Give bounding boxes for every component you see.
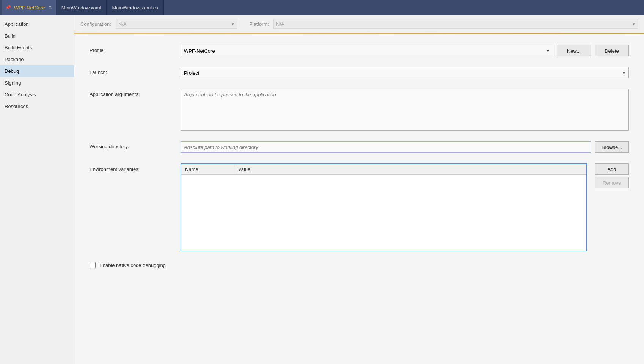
native-debug-checkbox[interactable] xyxy=(90,262,96,268)
delete-button[interactable]: Delete xyxy=(595,45,629,56)
env-name-header: Name xyxy=(181,164,234,174)
main-layout: Application Build Build Events Package D… xyxy=(0,15,644,364)
config-bar: Configuration: N/A Platform: N/A xyxy=(74,15,644,33)
sidebar-item-package-label: Package xyxy=(5,56,24,62)
project-tab[interactable]: 📌 WPF-NetCore ✕ xyxy=(2,0,56,15)
profile-select-wrapper: WPF-NetCore xyxy=(181,45,553,56)
tab-mainwindow-xaml[interactable]: MainWindow.xaml xyxy=(56,0,107,15)
profile-label: Profile: xyxy=(90,45,181,53)
platform-select[interactable]: N/A xyxy=(273,19,638,29)
sidebar-item-resources[interactable]: Resources xyxy=(0,100,74,112)
app-args-control-area xyxy=(181,89,629,131)
content-area: Configuration: N/A Platform: N/A Profile… xyxy=(74,15,644,364)
tab-mainwindow-xaml-cs[interactable]: MainWindow.xaml.cs xyxy=(107,0,163,15)
sidebar-item-resources-label: Resources xyxy=(5,104,28,109)
project-tab-label: WPF-NetCore xyxy=(14,5,45,11)
env-vars-row: Environment variables: Name Value Add Re… xyxy=(90,163,629,251)
sidebar-item-build-events-label: Build Events xyxy=(5,45,32,50)
app-args-textarea[interactable] xyxy=(181,89,629,131)
sidebar-item-application-label: Application xyxy=(5,21,29,27)
configuration-label: Configuration: xyxy=(80,21,111,27)
sidebar-item-signing[interactable]: Signing xyxy=(0,77,74,89)
working-dir-control-area: Browse... xyxy=(181,141,629,153)
sidebar-item-build-label: Build xyxy=(5,33,16,39)
sidebar-item-package[interactable]: Package xyxy=(0,53,74,65)
env-vars-table: Name Value xyxy=(181,163,587,251)
platform-select-wrapper: N/A xyxy=(273,19,638,29)
env-table-header: Name Value xyxy=(181,164,586,175)
platform-label: Platform: xyxy=(249,21,269,27)
new-button[interactable]: New... xyxy=(557,45,591,56)
env-vars-label: Environment variables: xyxy=(90,163,181,172)
sidebar-item-code-analysis-label: Code Analysis xyxy=(5,92,36,97)
sidebar-item-debug[interactable]: Debug xyxy=(0,65,74,77)
launch-select-wrapper: Project xyxy=(181,67,629,78)
configuration-select[interactable]: N/A xyxy=(116,19,237,29)
sidebar-item-code-analysis[interactable]: Code Analysis xyxy=(0,89,74,100)
env-value-header: Value xyxy=(234,164,586,174)
pin-icon: 📌 xyxy=(5,5,11,10)
native-debug-row: Enable native code debugging xyxy=(90,262,629,268)
launch-row: Launch: Project xyxy=(90,67,629,78)
working-dir-label: Working directory: xyxy=(90,141,181,149)
tab-mainwindow-xaml-cs-label: MainWindow.xaml.cs xyxy=(112,5,158,11)
sidebar-item-build-events[interactable]: Build Events xyxy=(0,42,74,53)
launch-select[interactable]: Project xyxy=(181,67,629,78)
sidebar-item-build[interactable]: Build xyxy=(0,30,74,42)
working-dir-input[interactable] xyxy=(181,141,591,153)
sidebar: Application Build Build Events Package D… xyxy=(0,15,74,364)
remove-button[interactable]: Remove xyxy=(595,177,629,188)
browse-button[interactable]: Browse... xyxy=(595,141,629,153)
profile-row: Profile: WPF-NetCore New... Delete xyxy=(90,45,629,56)
env-vars-control-area: Name Value Add Remove xyxy=(181,163,629,251)
add-button[interactable]: Add xyxy=(595,163,629,175)
native-debug-label: Enable native code debugging xyxy=(99,262,166,268)
launch-control-area: Project xyxy=(181,67,629,78)
app-args-label: Application arguments: xyxy=(90,89,181,97)
sidebar-item-signing-label: Signing xyxy=(5,80,21,86)
form-area: Profile: WPF-NetCore New... Delete Launc… xyxy=(74,34,644,364)
profile-control-area: WPF-NetCore New... Delete xyxy=(181,45,629,56)
launch-label: Launch: xyxy=(90,67,181,75)
tab-mainwindow-xaml-label: MainWindow.xaml xyxy=(61,5,101,11)
sidebar-item-debug-label: Debug xyxy=(5,68,19,74)
env-buttons: Add Remove xyxy=(595,163,629,188)
sidebar-item-application[interactable]: Application xyxy=(0,18,74,30)
env-table-body[interactable] xyxy=(181,175,586,251)
configuration-select-wrapper: N/A xyxy=(116,19,237,29)
close-icon[interactable]: ✕ xyxy=(48,5,52,10)
app-args-row: Application arguments: xyxy=(90,89,629,131)
profile-select[interactable]: WPF-NetCore xyxy=(181,45,553,56)
title-bar: 📌 WPF-NetCore ✕ MainWindow.xaml MainWind… xyxy=(0,0,644,15)
working-dir-row: Working directory: Browse... xyxy=(90,141,629,153)
